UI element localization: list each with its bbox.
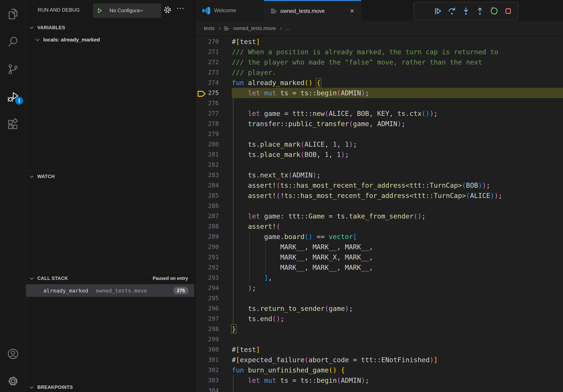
code-line-303[interactable]: 303 let mut ts = ts::begin(ADMIN);: [195, 375, 563, 385]
line-number[interactable]: 292: [195, 262, 219, 273]
continue-button[interactable]: [433, 5, 443, 17]
code-line-288[interactable]: 288 assert!(: [195, 221, 563, 232]
line-number[interactable]: 290: [195, 242, 219, 252]
line-number[interactable]: 285: [195, 190, 219, 201]
breadcrumb-file[interactable]: owned_tests.move: [233, 25, 276, 31]
code-line-284[interactable]: 284 assert!(ts::has_most_recent_for_addr…: [195, 180, 563, 190]
code-line-278[interactable]: 278 transfer::public_transfer(game, ADMI…: [195, 119, 563, 129]
code-line-280[interactable]: 280 ts.place_mark(ALICE, 1, 1);: [195, 139, 563, 149]
line-number[interactable]: 302: [195, 365, 219, 375]
locals-scope-row[interactable]: locals: already_marked: [26, 34, 194, 46]
account-icon[interactable]: [0, 343, 26, 365]
call-stack-frame-row[interactable]: already_marked owned_tests.move 275: [26, 284, 194, 297]
call-stack-section-header[interactable]: CALL STACK Paused on entry: [26, 272, 194, 284]
step-out-button[interactable]: [475, 5, 485, 17]
line-number[interactable]: 282: [195, 160, 219, 170]
code-line-287[interactable]: 287 let game: ttt::Game = ts.take_from_s…: [195, 211, 563, 221]
code-line-271[interactable]: 271/// When a position is already marked…: [195, 47, 563, 57]
line-number[interactable]: 281: [195, 149, 219, 160]
line-number[interactable]: 295: [195, 293, 219, 303]
line-number[interactable]: 273: [195, 67, 219, 78]
line-number[interactable]: 288: [195, 221, 219, 232]
line-number[interactable]: 284: [195, 180, 219, 190]
source-control-icon[interactable]: [0, 58, 26, 80]
code-line-273[interactable]: 273/// player.: [195, 67, 563, 78]
code-line-279[interactable]: 279: [195, 129, 563, 139]
start-debug-icon[interactable]: [93, 3, 106, 18]
line-number[interactable]: 293: [195, 273, 219, 283]
line-number[interactable]: 287: [195, 211, 219, 221]
code-line-282[interactable]: 282: [195, 160, 563, 170]
code-line-289[interactable]: 289 game.board() == vector[: [195, 232, 563, 242]
breakpoints-section-header[interactable]: BREAKPOINTS: [26, 381, 194, 392]
step-over-button[interactable]: [447, 5, 457, 17]
run-and-debug-icon[interactable]: 1: [0, 86, 26, 108]
code-line-300[interactable]: 300#[test]: [195, 344, 563, 355]
watch-section-header[interactable]: WATCH: [26, 170, 194, 183]
line-number[interactable]: 272: [195, 57, 219, 67]
code-line-301[interactable]: 301#[expected_failure(abort_code = ttt::…: [195, 355, 563, 365]
more-actions-icon[interactable]: ⋯: [176, 3, 185, 13]
code-line-297[interactable]: 297 ts.end();: [195, 314, 563, 324]
code-line-304[interactable]: 304: [195, 385, 563, 392]
code-line-295[interactable]: 295: [195, 293, 563, 303]
stop-button[interactable]: [503, 5, 513, 17]
code-line-285[interactable]: 285 assert!(!ts::has_most_recent_for_add…: [195, 190, 563, 201]
code-line-274[interactable]: 274fun already_marked() {: [195, 78, 563, 88]
tab-owned-tests[interactable]: owned_tests.move ✕: [264, 0, 361, 21]
code-line-290[interactable]: 290 MARK__, MARK__, MARK__,: [195, 242, 563, 252]
line-number[interactable]: 300: [195, 344, 219, 355]
code-line-291[interactable]: 291 MARK__, MARK_X, MARK__,: [195, 252, 563, 262]
settings-gear-icon[interactable]: [0, 370, 26, 392]
line-number[interactable]: 270: [195, 37, 219, 47]
code-line-275[interactable]: 275 let mut ts = ts::begin(ADMIN);: [195, 88, 563, 98]
line-number[interactable]: 304: [195, 385, 219, 392]
code-line-283[interactable]: 283 ts.next_tx(ADMIN);: [195, 170, 563, 180]
line-number[interactable]: 291: [195, 252, 219, 262]
search-icon[interactable]: [0, 31, 26, 52]
line-number[interactable]: 283: [195, 170, 219, 180]
debug-configuration-dropdown[interactable]: No Configura: [93, 3, 161, 18]
debug-settings-gear-icon[interactable]: [163, 5, 172, 15]
code-line-276[interactable]: 276: [195, 98, 563, 108]
code-line-296[interactable]: 296 ts.return_to_sender(game);: [195, 303, 563, 314]
line-number[interactable]: 301: [195, 355, 219, 365]
explorer-icon[interactable]: [0, 3, 26, 25]
breadcrumb-folder[interactable]: tests: [204, 25, 215, 31]
code-editor[interactable]: 270#[test]271/// When a position is alre…: [195, 36, 563, 392]
restart-button[interactable]: [489, 5, 499, 17]
line-number[interactable]: 271: [195, 47, 219, 57]
code-line-286[interactable]: 286: [195, 201, 563, 211]
line-number[interactable]: 303: [195, 375, 219, 385]
code-line-292[interactable]: 292 MARK__, MARK__, MARK__,: [195, 262, 563, 273]
code-line-293[interactable]: 293 ],: [195, 273, 563, 283]
line-number[interactable]: 294: [195, 283, 219, 293]
code-line-302[interactable]: 302fun burn_unfinished_game() {: [195, 365, 563, 375]
line-number[interactable]: 280: [195, 139, 219, 149]
toolbar-drag-handle-icon[interactable]: [419, 5, 429, 17]
close-icon[interactable]: ✕: [350, 8, 354, 14]
line-number[interactable]: 276: [195, 98, 219, 108]
line-number[interactable]: 278: [195, 119, 219, 129]
extensions-icon[interactable]: [0, 114, 26, 135]
code-line-299[interactable]: 299: [195, 334, 563, 344]
line-number[interactable]: 289: [195, 232, 219, 242]
code-line-270[interactable]: 270#[test]: [195, 37, 563, 47]
line-number[interactable]: 286: [195, 201, 219, 211]
tab-welcome[interactable]: Welcome: [195, 0, 264, 21]
line-number[interactable]: 296: [195, 303, 219, 314]
line-number[interactable]: 279: [195, 129, 219, 139]
line-number[interactable]: 277: [195, 108, 219, 119]
code-line-277[interactable]: 277 let game = ttt::new(ALICE, BOB, KEY,…: [195, 108, 563, 119]
line-number[interactable]: 274: [195, 78, 219, 88]
line-number[interactable]: 299: [195, 334, 219, 344]
breadcrumb-symbol-ellipsis[interactable]: ...: [285, 25, 289, 31]
code-line-298[interactable]: 298}: [195, 324, 563, 334]
line-number[interactable]: 297: [195, 314, 219, 324]
code-line-281[interactable]: 281 ts.place_mark(BOB, 1, 1);: [195, 149, 563, 160]
code-line-294[interactable]: 294 );: [195, 283, 563, 293]
code-line-272[interactable]: 272/// the player who made the "false" m…: [195, 57, 563, 67]
step-into-button[interactable]: [461, 5, 471, 17]
variables-section-header[interactable]: VARIABLES: [26, 21, 194, 34]
line-number[interactable]: 298: [195, 324, 219, 334]
